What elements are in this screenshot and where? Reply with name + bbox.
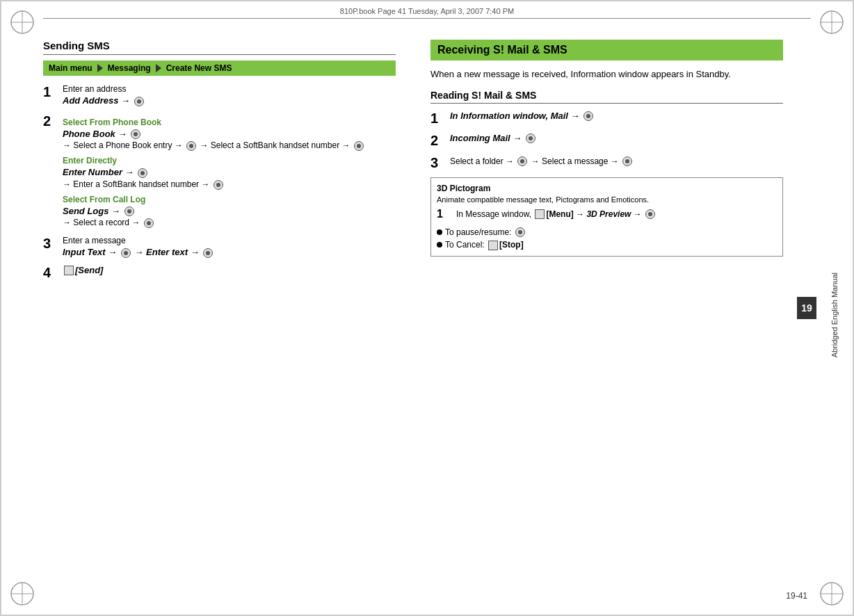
reading-step-1-content: In Information window, Mail →	[450, 111, 783, 122]
icon-circle-r1	[583, 111, 593, 121]
step-2-number: 2	[43, 113, 57, 129]
reading-step-1: 1 In Information window, Mail →	[430, 111, 783, 126]
bullet-dot-1	[437, 229, 442, 235]
step-3-heading: Enter a message	[63, 236, 396, 245]
nav-messaging: Messaging	[108, 63, 151, 73]
right-intro: When a new message is received, Informat…	[430, 67, 783, 81]
icon-circle-en2	[214, 180, 223, 190]
bullet-pause: To pause/resume:	[437, 227, 777, 238]
page-number-box: 19	[797, 297, 816, 319]
step-3-action: Input Text → → Enter text →	[63, 247, 396, 258]
right-column: Receiving S! Mail & SMS When a new messa…	[424, 40, 783, 580]
left-column: Sending SMS Main menu Messaging Create N…	[43, 40, 403, 580]
step-3-number: 3	[43, 236, 57, 251]
reading-subtitle: Reading S! Mail & SMS	[430, 90, 783, 104]
icon-circle-i1	[645, 209, 655, 219]
header-bar: 810P.book Page 41 Tuesday, April 3, 2007…	[43, 7, 811, 19]
reading-step-2: 2 Incoming Mail →	[430, 133, 783, 148]
nav-arrow-1	[97, 64, 103, 72]
step-2-calllog-action: Send Logs →	[63, 206, 396, 217]
nav-arrow-2	[156, 64, 161, 72]
sub-heading-phonebook: Select From Phone Book	[63, 117, 396, 127]
icon-square-menu	[535, 209, 545, 219]
info-step-1-content: In Message window, [Menu] → 3D Preview →	[456, 208, 777, 220]
bottom-page-number: 19-41	[786, 591, 807, 601]
icon-circle-sl	[124, 206, 134, 216]
step-2-content: Select From Phone Book Phone Book → → Se…	[63, 113, 396, 229]
sub-heading-calllog: Select From Call Log	[63, 195, 396, 204]
reading-step-2-content: Incoming Mail →	[450, 133, 783, 144]
icon-square-send	[64, 266, 74, 275]
icon-circle-pause	[515, 227, 525, 237]
step-4-content: [Send]	[63, 265, 396, 276]
bullet-dot-2	[437, 242, 442, 248]
nav-mainmenu: Main menu	[49, 63, 92, 73]
icon-circle-it	[121, 248, 131, 258]
step-2: 2 Select From Phone Book Phone Book → → …	[43, 113, 396, 229]
corner-decoration-br	[818, 580, 846, 608]
icon-circle-pb	[131, 129, 140, 139]
left-section-title: Sending SMS	[43, 40, 396, 55]
right-sidebar: Abridged English Manual	[816, 57, 853, 573]
icon-circle-it2	[203, 248, 213, 258]
icon-circle-en	[138, 168, 147, 178]
step-3-content: Enter a message Input Text → → Enter tex…	[63, 236, 396, 258]
right-title-box: Receiving S! Mail & SMS	[430, 40, 783, 60]
step-2-phonebook-action: Phone Book →	[63, 129, 396, 140]
bullet-cancel: To Cancel: [Stop]	[437, 240, 777, 250]
info-step-1-detail: In Message window, [Menu] → 3D Preview →	[456, 208, 777, 220]
icon-circle-pb2	[186, 141, 196, 151]
bullet-pause-text: To pause/resume:	[445, 227, 526, 238]
main-content: Sending SMS Main menu Messaging Create N…	[43, 40, 783, 580]
icon-square-stop	[488, 241, 498, 250]
page-container: 810P.book Page 41 Tuesday, April 3, 2007…	[0, 0, 854, 616]
step-1-action: Add Address →	[63, 95, 396, 106]
sub-heading-directly: Enter Directly	[63, 156, 396, 165]
step-2-directly-action: Enter Number →	[63, 167, 396, 178]
step-1-number: 1	[43, 84, 57, 99]
step-3: 3 Enter a message Input Text → → Enter t…	[43, 236, 396, 258]
nav-createnewsms: Create New SMS	[166, 63, 232, 73]
step-2-calllog-detail: → Select a record →	[63, 216, 396, 229]
corner-decoration-tl	[8, 8, 36, 36]
info-box-title: 3D Pictogram	[437, 184, 777, 193]
reading-step-2-action: Incoming Mail →	[450, 133, 783, 144]
icon-circle-r2	[526, 133, 535, 143]
reading-step-3: 3 Select a folder → → Select a message →	[430, 155, 783, 170]
reading-step-2-number: 2	[430, 133, 444, 148]
step-1: 1 Enter an address Add Address →	[43, 84, 396, 106]
step-4-number: 4	[43, 265, 57, 280]
icon-circle-1	[134, 97, 144, 106]
info-box-desc: Animate compatible message text, Pictogr…	[437, 195, 777, 204]
corner-decoration-bl	[8, 580, 36, 608]
reading-step-1-number: 1	[430, 111, 444, 126]
corner-decoration-tr	[818, 8, 846, 36]
step-4-action: [Send]	[63, 265, 396, 276]
reading-step-1-action: In Information window, Mail →	[450, 111, 783, 122]
icon-circle-pb3	[354, 141, 364, 151]
reading-step-3-number: 3	[430, 155, 444, 170]
info-box-3d: 3D Pictogram Animate compatible message …	[430, 177, 783, 257]
sidebar-label: Abridged English Manual	[830, 273, 839, 357]
step-2-directly-detail: → Enter a SoftBank handset number →	[63, 178, 396, 191]
nav-bar: Main menu Messaging Create New SMS	[43, 60, 396, 76]
bullet-cancel-text: To Cancel: [Stop]	[445, 240, 524, 250]
book-info: 810P.book Page 41 Tuesday, April 3, 2007…	[340, 7, 514, 15]
icon-circle-r3b	[622, 156, 632, 166]
icon-circle-r3a	[517, 156, 527, 166]
reading-step-3-content: Select a folder → → Select a message →	[450, 155, 783, 168]
reading-step-3-detail: Select a folder → → Select a message →	[450, 155, 783, 168]
step-4: 4 [Send]	[43, 265, 396, 280]
info-step-1-number: 1	[437, 208, 451, 220]
icon-circle-sl2	[144, 218, 154, 228]
page-number: 19	[801, 302, 812, 314]
step-1-content: Enter an address Add Address →	[63, 84, 396, 106]
info-step-1: 1 In Message window, [Menu] → 3D Preview…	[437, 208, 777, 220]
step-1-heading: Enter an address	[63, 84, 396, 94]
step-2-phonebook-detail: → Select a Phone Book entry → → Select a…	[63, 139, 396, 152]
